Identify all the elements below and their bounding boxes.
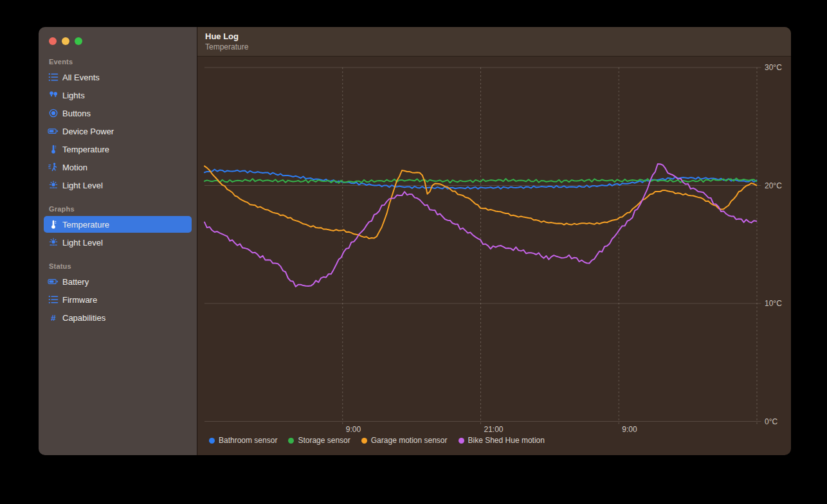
sidebar-item-label: All Events (62, 73, 100, 82)
y-axis-label: 30°C (765, 63, 782, 72)
app-window: EventsAll EventsLightsButtonsDevice Powe… (39, 27, 791, 455)
sidebar-item-capabilities[interactable]: #Capabilities (44, 309, 192, 326)
sidebar-item-label: Light Level (62, 238, 103, 248)
x-axis-label: 21:00 (484, 425, 504, 434)
sidebar-item-temperature[interactable]: Temperature (44, 216, 192, 233)
sidebar-sections: EventsAll EventsLightsButtonsDevice Powe… (39, 46, 197, 327)
section-header-events: Events (49, 58, 197, 66)
sidebar-item-all-events[interactable]: All Events (44, 69, 192, 86)
svg-text:#: # (51, 313, 56, 323)
legend-dot (361, 438, 367, 444)
zoom-button[interactable] (75, 37, 82, 45)
button-icon (48, 108, 59, 118)
sidebar-item-label: Light Level (62, 181, 103, 190)
sidebar-item-label: Capabilities (62, 313, 105, 323)
sidebar-item-firmware[interactable]: Firmware (44, 291, 192, 308)
sun-icon (48, 237, 59, 248)
legend-dot (459, 438, 464, 444)
legend-item-garage-motion-sensor: Garage motion sensor (361, 436, 448, 445)
sidebar-item-label: Buttons (62, 109, 91, 118)
x-axis-label: 9:00 (346, 425, 361, 434)
sidebar-item-light-level[interactable]: Light Level (44, 177, 192, 194)
legend-dot (288, 438, 294, 444)
window-controls (39, 27, 197, 46)
sun-icon (48, 180, 59, 190)
legend-dot (209, 438, 215, 444)
y-axis-label: 10°C (765, 299, 782, 308)
sidebar-item-battery[interactable]: Battery (44, 273, 192, 290)
minimize-button[interactable] (62, 37, 69, 45)
battery-icon (48, 126, 59, 136)
chart-canvas: 30°C20°C10°C0°C9:0021:009:00 (197, 57, 791, 455)
sidebar-item-device-power[interactable]: Device Power (44, 123, 192, 140)
thermometer-icon (48, 219, 59, 230)
chart-legend: Bathroom sensorStorage sensorGarage moti… (209, 436, 545, 445)
x-axis-label: 9:00 (622, 425, 637, 434)
legend-label: Garage motion sensor (371, 436, 448, 445)
sidebar-item-temperature[interactable]: Temperature (44, 141, 192, 158)
close-button[interactable] (49, 37, 57, 45)
legend-label: Bike Shed Hue motion (468, 436, 545, 445)
sidebar-item-label: Temperature (62, 220, 109, 230)
number-icon: # (48, 312, 59, 323)
sidebar-item-label: Lights (62, 91, 85, 100)
page-subtitle: Temperature (205, 42, 783, 51)
sidebar-item-lights[interactable]: Lights (44, 87, 192, 104)
y-axis-label: 0°C (765, 417, 777, 426)
legend-label: Storage sensor (298, 436, 350, 445)
list-icon (48, 294, 59, 305)
sidebar-item-label: Temperature (62, 145, 109, 154)
section-header-graphs: Graphs (49, 205, 197, 213)
sidebar: EventsAll EventsLightsButtonsDevice Powe… (39, 27, 197, 455)
sidebar-item-label: Device Power (62, 127, 114, 136)
sidebar-item-label: Battery (62, 277, 89, 287)
legend-item-bike-shed-hue-motion: Bike Shed Hue motion (459, 436, 545, 445)
temperature-chart: 30°C20°C10°C0°C9:0021:009:00 Bathroom se… (197, 57, 791, 455)
content-header: Hue Log Temperature (197, 27, 791, 57)
sidebar-item-label: Firmware (62, 295, 97, 305)
main-panel: Hue Log Temperature 30°C20°C10°C0°C9:002… (197, 27, 791, 455)
sidebar-item-motion[interactable]: Motion (44, 159, 192, 176)
battery-icon (48, 276, 59, 287)
legend-item-bathroom-sensor: Bathroom sensor (209, 436, 277, 445)
motion-icon (48, 162, 59, 172)
sidebar-item-buttons[interactable]: Buttons (44, 105, 192, 122)
page-title: Hue Log (205, 32, 783, 41)
y-axis-label: 20°C (765, 181, 782, 190)
section-header-status: Status (49, 262, 197, 270)
legend-label: Bathroom sensor (219, 436, 277, 445)
sidebar-item-light-level[interactable]: Light Level (44, 234, 192, 251)
legend-item-storage-sensor: Storage sensor (288, 436, 350, 445)
sidebar-item-label: Motion (62, 163, 87, 172)
thermometer-icon (48, 144, 59, 154)
list-icon (48, 72, 59, 82)
chart-gridlines: 30°C20°C10°C0°C9:0021:009:00 (204, 63, 782, 434)
lights-icon (48, 90, 59, 100)
